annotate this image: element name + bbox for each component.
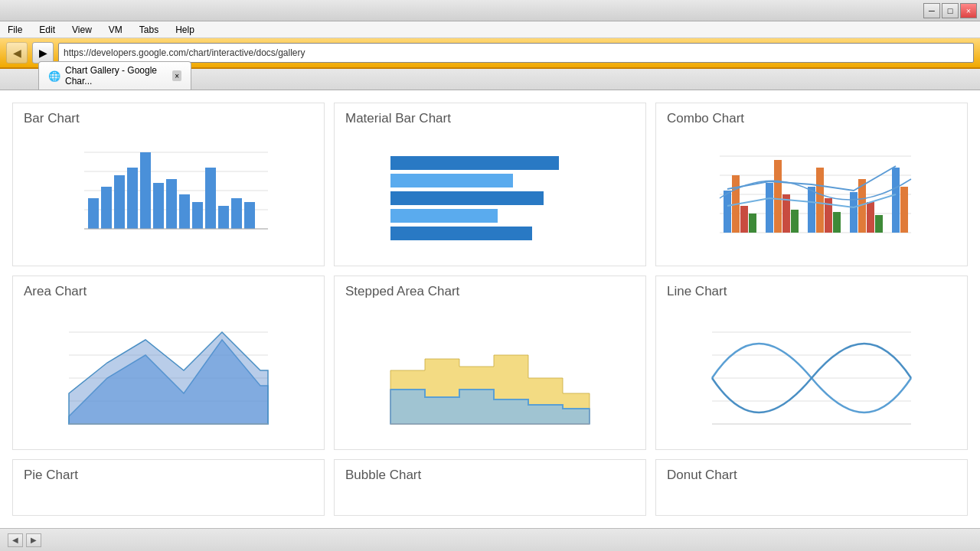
svg-rect-6	[101, 187, 112, 229]
svg-rect-15	[218, 206, 229, 229]
svg-rect-37	[808, 187, 815, 233]
svg-marker-52	[69, 332, 268, 424]
menu-bar: File Edit View VM Tabs Help	[0, 21, 980, 38]
svg-rect-12	[179, 194, 190, 229]
chart-title-pie: Pie Chart	[13, 460, 324, 487]
chart-card-material-bar[interactable]: Material Bar Chart	[334, 103, 646, 266]
chart-card-bar[interactable]: Bar Chart	[12, 103, 325, 266]
maximize-button[interactable]: □	[942, 3, 959, 18]
close-button[interactable]: ×	[960, 3, 977, 18]
svg-rect-19	[390, 156, 559, 170]
svg-rect-14	[205, 168, 216, 229]
chart-title-donut: Donut Chart	[656, 460, 967, 487]
content-area: Bar Chart	[0, 90, 980, 528]
svg-rect-36	[791, 210, 799, 233]
chart-card-line[interactable]: Line Chart	[655, 276, 968, 451]
tab-close-button[interactable]: ×	[172, 70, 181, 81]
svg-rect-16	[231, 198, 242, 229]
scroll-right-button[interactable]: ▶	[26, 533, 41, 547]
svg-rect-45	[892, 168, 900, 233]
tab-favicon: 🌐	[48, 70, 60, 82]
horizontal-scrollbar[interactable]: ◀ ▶	[8, 533, 41, 547]
chart-visual-combo	[656, 131, 967, 266]
window-controls[interactable]: ─ □ ×	[923, 3, 977, 18]
chart-card-stepped-area[interactable]: Stepped Area Chart	[334, 276, 646, 451]
title-bar: ─ □ ×	[0, 0, 980, 21]
chart-title-combo: Combo Chart	[656, 103, 967, 131]
chart-visual-bubble	[335, 487, 645, 515]
menu-vm[interactable]: VM	[104, 23, 127, 37]
svg-rect-11	[166, 179, 177, 229]
menu-edit[interactable]: Edit	[34, 23, 60, 37]
svg-rect-22	[390, 209, 498, 223]
menu-file[interactable]: File	[3, 23, 27, 37]
chart-visual-pie	[13, 487, 324, 515]
svg-rect-40	[833, 212, 841, 233]
svg-rect-21	[390, 191, 544, 205]
menu-view[interactable]: View	[67, 23, 96, 37]
chart-title-stepped-area: Stepped Area Chart	[335, 276, 645, 304]
chart-visual-donut	[656, 487, 967, 515]
svg-rect-23	[390, 227, 532, 240]
chart-card-pie[interactable]: Pie Chart	[12, 459, 325, 516]
svg-rect-10	[153, 183, 164, 229]
chart-title-area: Area Chart	[13, 276, 324, 304]
svg-rect-43	[867, 202, 874, 233]
menu-help[interactable]: Help	[171, 23, 199, 37]
svg-rect-8	[127, 168, 138, 229]
svg-rect-31	[740, 206, 748, 233]
chart-title-material-bar: Material Bar Chart	[335, 103, 645, 131]
tab-bar: 🌐 Chart Gallery - Google Char... ×	[0, 69, 980, 90]
svg-rect-41	[850, 192, 858, 233]
svg-rect-5	[88, 198, 99, 229]
svg-rect-38	[816, 168, 824, 233]
svg-rect-29	[724, 191, 731, 233]
chart-card-area[interactable]: Area Chart	[12, 276, 325, 451]
svg-rect-44	[875, 215, 883, 233]
chart-title-bar: Bar Chart	[13, 103, 324, 131]
svg-rect-20	[390, 174, 513, 187]
svg-rect-32	[749, 214, 756, 233]
svg-rect-46	[900, 187, 908, 233]
chart-card-combo[interactable]: Combo Chart	[655, 103, 968, 266]
chart-visual-material-bar	[335, 131, 645, 266]
svg-rect-34	[774, 160, 782, 233]
browser-tab[interactable]: 🌐 Chart Gallery - Google Char... ×	[38, 61, 191, 90]
svg-rect-9	[140, 152, 151, 229]
status-bar: ◀ ▶	[0, 528, 980, 551]
menu-tabs[interactable]: Tabs	[135, 23, 163, 37]
chart-visual-stepped-area	[335, 304, 645, 450]
svg-rect-17	[244, 202, 255, 229]
forward-button[interactable]: ▶	[32, 42, 54, 64]
back-button[interactable]: ◀	[6, 42, 28, 64]
chart-visual-line	[656, 304, 967, 450]
svg-rect-33	[766, 183, 773, 233]
tab-title: Chart Gallery - Google Char...	[65, 65, 168, 86]
svg-rect-13	[192, 202, 203, 229]
chart-card-donut[interactable]: Donut Chart	[655, 459, 968, 516]
scroll-left-button[interactable]: ◀	[8, 533, 23, 547]
svg-rect-7	[114, 175, 125, 229]
chart-title-bubble: Bubble Chart	[335, 460, 645, 487]
chart-title-line: Line Chart	[656, 276, 967, 304]
chart-visual-bar	[13, 131, 324, 266]
url-text: https://developers.google.com/chart/inte…	[64, 47, 305, 58]
chart-card-bubble[interactable]: Bubble Chart	[334, 459, 646, 516]
minimize-button[interactable]: ─	[923, 3, 940, 18]
chart-visual-area	[13, 304, 324, 450]
address-bar[interactable]: https://developers.google.com/chart/inte…	[58, 43, 974, 63]
